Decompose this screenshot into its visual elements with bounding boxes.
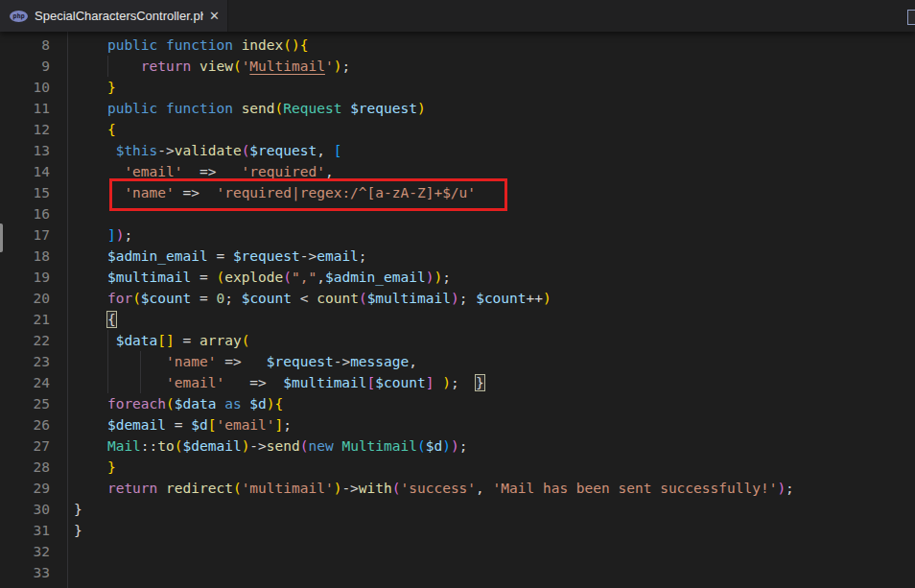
code-line[interactable]: 17 ]); bbox=[0, 224, 915, 246]
line-number: 21 bbox=[0, 309, 50, 330]
code-text: $multimail = (explode(",",$admin_email))… bbox=[74, 267, 451, 288]
line-number: 17 bbox=[0, 224, 50, 246]
line-number: 15 bbox=[0, 182, 50, 203]
code-line[interactable]: 11 public function send(Request $request… bbox=[0, 98, 915, 119]
code-line[interactable]: 8 public function index(){ bbox=[0, 35, 915, 56]
code-line[interactable]: 27 Mail::to($demail)->send(new Multimail… bbox=[0, 435, 915, 457]
split-editor-icon[interactable] bbox=[907, 10, 915, 25]
code-text: public function send(Request $request) bbox=[74, 98, 426, 119]
line-number: 12 bbox=[0, 119, 50, 140]
line-number: 27 bbox=[0, 435, 50, 457]
code-text: } bbox=[74, 457, 116, 478]
editor-tab-bar: php SpecialCharactersController.php ✕ bbox=[0, 0, 915, 32]
code-line[interactable]: 28 } bbox=[0, 457, 915, 478]
code-text: $admin_email = $request->email; bbox=[74, 246, 367, 267]
tab-specialcharacterscontroller-php[interactable]: php SpecialCharactersController.php ✕ bbox=[0, 0, 228, 32]
left-edge-marker bbox=[0, 223, 3, 252]
code-text: $data[] = array( bbox=[74, 330, 249, 351]
line-number: 10 bbox=[0, 77, 50, 98]
code-line[interactable]: 13 $this->validate($request, [ bbox=[0, 140, 915, 161]
line-number: 14 bbox=[0, 161, 50, 182]
code-text: return redirect('multimail')->with('succ… bbox=[74, 478, 794, 499]
code-text: $demail = $d['email']; bbox=[74, 414, 292, 435]
line-number: 8 bbox=[0, 35, 50, 56]
code-line[interactable]: 20 for($count = 0; $count < count($multi… bbox=[0, 288, 915, 309]
line-number: 28 bbox=[0, 457, 50, 478]
code-text: } bbox=[74, 77, 116, 98]
code-line[interactable]: 30} bbox=[0, 499, 915, 520]
code-editor[interactable]: 8 public function index(){9 return view(… bbox=[0, 32, 915, 588]
code-line[interactable]: 29 return redirect('multimail')->with('s… bbox=[0, 478, 915, 499]
code-text: public function index(){ bbox=[74, 35, 308, 56]
code-text: 'email' => 'required', bbox=[74, 161, 334, 182]
code-line[interactable]: 18 $admin_email = $request->email; bbox=[0, 246, 915, 267]
code-text: $this->validate($request, [ bbox=[74, 140, 341, 161]
line-number: 19 bbox=[0, 267, 50, 288]
code-text: return view('Multimail'); bbox=[74, 56, 350, 77]
tab-title: SpecialCharactersController.php bbox=[35, 9, 203, 23]
code-text: foreach($data as $d){ bbox=[74, 393, 283, 414]
line-number: 24 bbox=[0, 372, 50, 393]
code-line[interactable]: 25 foreach($data as $d){ bbox=[0, 393, 915, 414]
line-number: 20 bbox=[0, 288, 50, 309]
code-lines: 8 public function index(){9 return view(… bbox=[0, 35, 915, 583]
line-number: 29 bbox=[0, 478, 50, 499]
code-line[interactable]: 9 return view('Multimail'); bbox=[0, 56, 915, 77]
line-number: 25 bbox=[0, 393, 50, 414]
line-number: 22 bbox=[0, 330, 50, 351]
code-line[interactable]: 12 { bbox=[0, 119, 915, 140]
code-text: Mail::to($demail)->send(new Multimail($d… bbox=[74, 435, 467, 457]
code-line[interactable]: 24 'email' => $multimail[$count] ); } bbox=[0, 372, 915, 393]
code-line[interactable]: 16 bbox=[0, 203, 915, 224]
code-text: { bbox=[74, 309, 116, 330]
code-line[interactable]: 21 { bbox=[0, 309, 915, 330]
line-number: 30 bbox=[0, 499, 50, 520]
code-line[interactable]: 26 $demail = $d['email']; bbox=[0, 414, 915, 435]
code-text: 'name' => $request->message, bbox=[74, 351, 417, 372]
php-file-icon: php bbox=[10, 11, 28, 22]
line-number: 31 bbox=[0, 520, 50, 541]
line-number: 18 bbox=[0, 246, 50, 267]
line-number: 26 bbox=[0, 414, 50, 435]
line-number: 13 bbox=[0, 140, 50, 161]
code-line[interactable]: 31} bbox=[0, 520, 915, 541]
code-line[interactable]: 22 $data[] = array( bbox=[0, 330, 915, 351]
code-line[interactable]: 33 bbox=[0, 562, 915, 583]
close-icon[interactable]: ✕ bbox=[209, 10, 220, 22]
code-line[interactable]: 15 'name' => 'required|regex:/^[a-zA-Z]+… bbox=[0, 182, 915, 203]
line-number: 33 bbox=[0, 562, 50, 583]
code-line[interactable]: 10 } bbox=[0, 77, 915, 98]
code-line[interactable]: 23 'name' => $request->message, bbox=[0, 351, 915, 372]
code-line[interactable]: 19 $multimail = (explode(",",$admin_emai… bbox=[0, 267, 915, 288]
code-line[interactable]: 14 'email' => 'required', bbox=[0, 161, 915, 182]
code-line[interactable]: 32 bbox=[0, 541, 915, 562]
code-text: for($count = 0; $count < count($multimai… bbox=[74, 288, 551, 309]
code-text: { bbox=[74, 119, 116, 140]
code-text: 'name' => 'required|regex:/^[a-zA-Z]+$/u… bbox=[74, 182, 476, 203]
code-text: } bbox=[74, 520, 82, 541]
line-number: 32 bbox=[0, 541, 50, 562]
code-text: ]); bbox=[74, 224, 132, 246]
code-text: } bbox=[74, 499, 82, 520]
line-number: 16 bbox=[0, 203, 50, 224]
line-number: 11 bbox=[0, 98, 50, 119]
line-number: 23 bbox=[0, 351, 50, 372]
code-text: 'email' => $multimail[$count] ); } bbox=[74, 372, 484, 393]
line-number: 9 bbox=[0, 56, 50, 77]
